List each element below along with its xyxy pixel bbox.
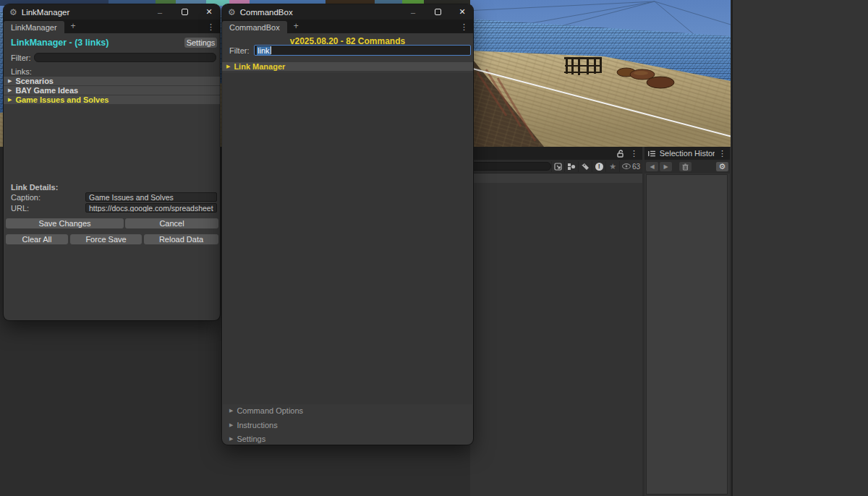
link-item-label: BAY Game Ideas: [15, 86, 78, 95]
history-clear-button[interactable]: [679, 162, 692, 171]
link-details-label: Link Details:: [11, 183, 58, 192]
close-button[interactable]: ✕: [204, 7, 214, 17]
inspector-toolbar: ! ★ 63: [470, 160, 642, 174]
tag-icon[interactable]: [578, 161, 592, 172]
inspector-panel: ⋮ ! ★: [470, 147, 642, 496]
foldout-arrow-icon: ▶: [226, 64, 230, 69]
command-results-area[interactable]: [223, 73, 472, 404]
link-item-label: Game Issues and Solves: [15, 95, 109, 104]
tab-menu-icon[interactable]: ⋮: [202, 22, 220, 33]
scene-visibility-toggle[interactable]: 63: [619, 161, 642, 172]
history-back-button[interactable]: ◀: [646, 162, 658, 171]
url-input[interactable]: [85, 203, 217, 213]
command-box-titlebar[interactable]: ⚙ CommandBox – ✕: [222, 4, 473, 20]
foldout-label: Command Options: [237, 406, 303, 415]
tab-link-manager[interactable]: LinkManager: [4, 21, 64, 33]
list-icon: [648, 150, 656, 157]
link-item-bay-game-ideas[interactable]: ▶ BAY Game Ideas: [4, 86, 220, 95]
command-filter-input[interactable]: link: [254, 45, 471, 56]
link-manager-window-title: LinkManager: [22, 8, 69, 17]
settings-button[interactable]: Settings: [184, 38, 217, 48]
selection-history-list[interactable]: [646, 174, 728, 495]
add-tab-button[interactable]: +: [64, 21, 82, 33]
foldout-arrow-icon: ▶: [229, 408, 233, 414]
links-label: Links:: [11, 67, 32, 76]
link-manager-heading: LinkManager - (3 links): [11, 38, 109, 48]
tab-command-box[interactable]: CommandBox: [222, 21, 287, 33]
history-forward-button[interactable]: ▶: [660, 162, 672, 171]
clear-all-button[interactable]: Clear All: [6, 234, 68, 244]
foldout-label: Instructions: [237, 421, 277, 429]
foldout-settings[interactable]: ▶ Settings: [229, 435, 265, 443]
url-label: URL:: [11, 204, 29, 213]
inspector-subheader-band: [470, 174, 642, 183]
selection-history-header[interactable]: Selection History ⋮: [644, 147, 730, 160]
foldout-label: Settings: [237, 435, 265, 443]
reload-data-button[interactable]: Reload Data: [144, 234, 218, 244]
close-button[interactable]: ✕: [457, 7, 467, 17]
command-box-window-title: CommandBox: [240, 8, 293, 17]
link-manager-window: ⚙ LinkManager – ✕ LinkManager + ⋮ LinkMa…: [4, 4, 220, 320]
link-manager-titlebar[interactable]: ⚙ LinkManager – ✕: [4, 4, 220, 20]
cancel-button[interactable]: Cancel: [125, 218, 218, 228]
foldout-arrow-icon: ▶: [8, 97, 12, 103]
selection-history-title: Selection History: [660, 149, 715, 158]
maximize-button[interactable]: [179, 8, 190, 17]
filter-selected-text: link: [257, 46, 271, 55]
save-changes-button[interactable]: Save Changes: [6, 218, 124, 228]
command-box-tabrow: CommandBox + ⋮: [222, 20, 473, 33]
history-settings-button[interactable]: ⚙: [716, 162, 728, 171]
link-item-scenarios[interactable]: ▶ Scenarios: [4, 77, 220, 85]
window-icon: ⚙: [228, 8, 236, 17]
foldout-arrow-icon: ▶: [229, 436, 233, 442]
visibility-count: 63: [632, 163, 640, 171]
maximize-icon: [182, 9, 188, 15]
unlock-icon[interactable]: [617, 150, 624, 158]
force-save-button[interactable]: Force Save: [70, 234, 142, 244]
empty-dock-area: [731, 0, 868, 496]
link-item-label: Scenarios: [15, 77, 54, 85]
link-item-game-issues-and-solves[interactable]: ▶ Game Issues and Solves: [4, 95, 220, 104]
command-box-window: ⚙ CommandBox – ✕ CommandBox + ⋮ v2025.08…: [222, 4, 473, 445]
prefab-overrides-icon[interactable]: [564, 161, 578, 172]
selection-history-toolbar: ◀ ▶ ⚙: [644, 160, 730, 174]
favorite-star-icon[interactable]: ★: [605, 161, 619, 172]
window-icon: ⚙: [9, 8, 17, 17]
minimize-button[interactable]: –: [155, 8, 165, 17]
add-tab-button[interactable]: +: [287, 21, 305, 33]
text-cursor: [271, 46, 271, 54]
command-result-link-manager[interactable]: ▶ Link Manager: [222, 62, 473, 71]
foldout-arrow-icon: ▶: [8, 87, 12, 93]
maximize-button[interactable]: [433, 8, 443, 17]
inspector-search-field[interactable]: [470, 162, 551, 171]
warning-icon[interactable]: !: [592, 161, 605, 172]
trash-icon: [682, 163, 689, 171]
eye-icon: [622, 163, 631, 169]
inspector-panel-header: ⋮: [470, 147, 642, 160]
caption-input[interactable]: [85, 192, 217, 202]
filter-label: Filter:: [11, 54, 31, 62]
tab-menu-icon[interactable]: ⋮: [455, 22, 473, 33]
foldout-arrow-icon: ▶: [8, 78, 12, 84]
minimize-button[interactable]: –: [408, 8, 418, 17]
caption-label: Caption:: [11, 193, 41, 202]
selection-history-menu-icon[interactable]: ⋮: [718, 149, 726, 158]
frame-select-icon[interactable]: [551, 161, 565, 172]
filter-label: Filter:: [229, 46, 250, 55]
foldout-command-options[interactable]: ▶ Command Options: [229, 406, 303, 415]
inspector-menu-icon[interactable]: ⋮: [630, 149, 638, 158]
maximize-icon: [435, 9, 441, 15]
foldout-instructions[interactable]: ▶ Instructions: [229, 421, 278, 429]
links-filter-input[interactable]: [34, 53, 216, 62]
foldout-arrow-icon: ▶: [229, 422, 233, 428]
selection-history-panel: Selection History ⋮ ◀ ▶ ⚙: [644, 147, 730, 496]
command-result-label: Link Manager: [234, 62, 285, 71]
link-manager-tabrow: LinkManager + ⋮: [4, 20, 220, 33]
